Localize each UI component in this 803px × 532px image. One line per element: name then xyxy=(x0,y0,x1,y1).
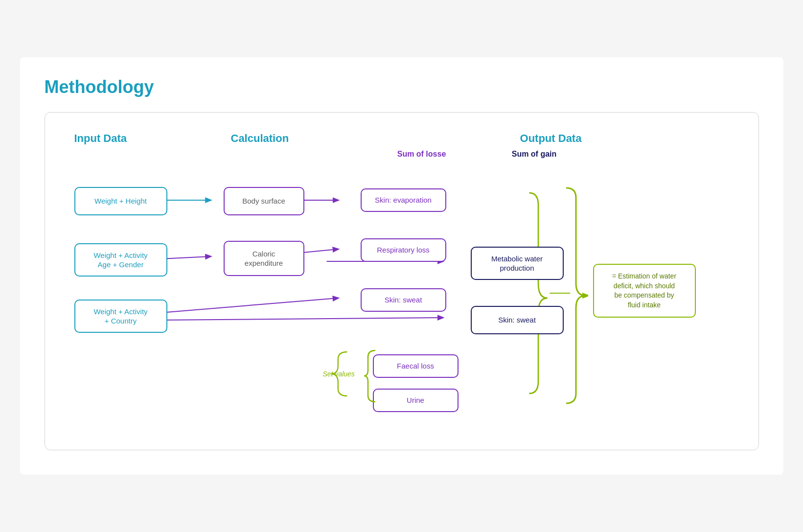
header-output: Output Data xyxy=(368,132,734,145)
svg-line-2 xyxy=(161,256,210,259)
loss-box-urine: Urine xyxy=(373,389,459,412)
header-input: Input Data xyxy=(74,132,182,145)
input-box-3: Weight + Activity + Country xyxy=(74,300,167,333)
gain-box-skin-sweat: Skin: sweat xyxy=(471,306,564,334)
subheader-sum-gain: Sum of gain xyxy=(485,150,583,159)
headers-row: Input Data Calculation Output Data xyxy=(69,132,734,145)
flow-area: Weight + Height Weight + Activity Age + … xyxy=(69,171,734,430)
subheader-sum-losse: Sum of losse xyxy=(378,150,466,159)
loss-box-faecal: Faecal loss xyxy=(373,354,459,378)
diagram-container: Input Data Calculation Output Data Sum o… xyxy=(45,112,759,450)
page-title: Methodology xyxy=(45,77,759,97)
page-wrapper: Methodology Input Data Calculation Outpu… xyxy=(20,57,783,475)
subheaders-row: Sum of losse Sum of gain xyxy=(69,150,734,159)
loss-box-skin-evaporation: Skin: evaporation xyxy=(361,188,446,212)
svg-line-5 xyxy=(161,298,338,313)
set-values-bracket-svg xyxy=(363,348,378,404)
calc-box-1: Body surface xyxy=(224,187,304,215)
loss-box-skin-sweat: Skin: sweat xyxy=(361,288,446,312)
gain-box-metabolic: Metabolic water production xyxy=(471,247,564,280)
input-box-1: Weight + Height xyxy=(74,187,167,215)
loss-box-respiratory: Respiratory loss xyxy=(361,238,446,262)
estimation-box: = Estimation of water deficit, which sho… xyxy=(593,264,696,318)
right-bracket-svg xyxy=(561,185,588,406)
input-box-2: Weight + Activity Age + Gender xyxy=(74,243,167,277)
calc-box-2: Caloric expenditure xyxy=(224,241,304,276)
set-values-label: Set values xyxy=(323,370,355,378)
header-calc: Calculation xyxy=(231,132,329,145)
svg-line-6 xyxy=(161,318,443,320)
